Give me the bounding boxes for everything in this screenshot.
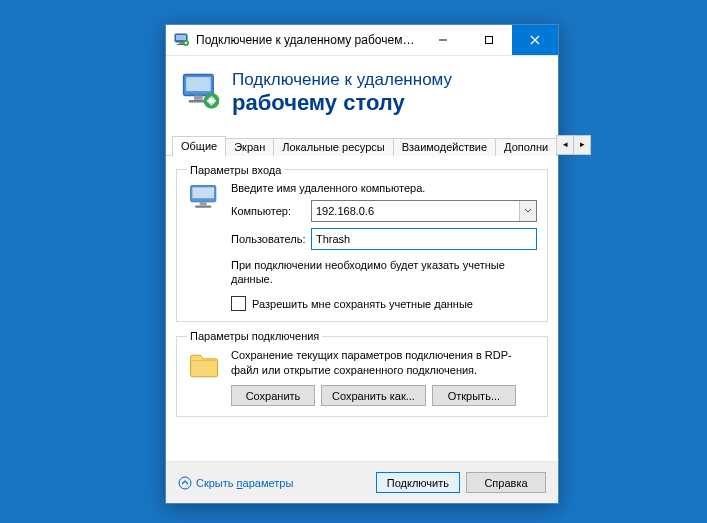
dialog-header: Подключение к удаленному рабочему столу (166, 56, 558, 133)
tab-scroll-right[interactable]: ▸ (574, 135, 591, 155)
connect-button[interactable]: Подключить (376, 472, 460, 493)
window-title: Подключение к удаленному рабочему с... (196, 33, 420, 47)
remember-credentials-checkbox[interactable]: Разрешить мне сохранять учетные данные (231, 296, 537, 311)
tab-local-res[interactable]: Локальные ресурсы (273, 138, 393, 156)
titlebar[interactable]: Подключение к удаленному рабочему с... (166, 25, 558, 56)
tab-display[interactable]: Экран (225, 138, 274, 156)
svg-point-18 (179, 477, 191, 489)
connection-settings-legend: Параметры подключения (187, 330, 322, 342)
rdp-dialog-window: Подключение к удаленному рабочему с... (165, 24, 559, 504)
login-settings-group: Параметры входа Введите имя удаленного к… (176, 164, 548, 323)
login-settings-legend: Параметры входа (187, 164, 284, 176)
header-line1: Подключение к удаленному (232, 70, 452, 90)
tab-general[interactable]: Общие (172, 136, 226, 157)
svg-rect-11 (194, 96, 203, 100)
computer-label: Компьютер: (231, 205, 311, 217)
header-line2: рабочему столу (232, 90, 452, 115)
svg-rect-2 (179, 42, 183, 44)
svg-rect-17 (195, 205, 211, 207)
rdp-header-icon (180, 71, 222, 113)
minimize-button[interactable] (420, 25, 466, 55)
computer-combo[interactable] (311, 200, 537, 222)
computer-input[interactable] (312, 201, 519, 221)
maximize-button[interactable] (466, 25, 512, 55)
credentials-note: При подключении необходимо будет указать… (231, 258, 537, 287)
connection-desc: Сохранение текущих параметров подключени… (231, 348, 537, 377)
tab-advanced[interactable]: Дополни (495, 138, 557, 156)
save-as-button[interactable]: Сохранить как... (321, 385, 426, 406)
close-button[interactable] (512, 25, 558, 55)
hide-options-link[interactable]: Скрыть параметры (178, 476, 293, 490)
user-input[interactable] (312, 229, 536, 249)
tab-body-general: Параметры входа Введите имя удаленного к… (166, 156, 558, 461)
user-label: Пользователь: (231, 233, 311, 245)
window-controls (420, 25, 558, 55)
remember-credentials-label: Разрешить мне сохранять учетные данные (252, 298, 473, 310)
chevron-up-icon (178, 476, 192, 490)
save-button[interactable]: Сохранить (231, 385, 315, 406)
computer-icon (187, 182, 223, 218)
tab-scroll-left[interactable]: ◂ (556, 135, 574, 155)
connection-settings-group: Параметры подключения Сохранение текущих… (176, 330, 548, 417)
help-button[interactable]: Справка (466, 472, 546, 493)
svg-rect-1 (176, 35, 186, 40)
login-instruction: Введите имя удаленного компьютера. (231, 182, 537, 194)
folder-icon (187, 348, 223, 384)
tab-strip: Общие Экран Локальные ресурсы Взаимодейс… (166, 133, 558, 156)
svg-rect-6 (486, 37, 493, 44)
hide-options-text: Скрыть параметры (196, 477, 293, 489)
svg-rect-16 (200, 202, 207, 206)
open-button[interactable]: Открыть... (432, 385, 516, 406)
rdp-app-icon (174, 32, 190, 48)
user-field[interactable] (311, 228, 537, 250)
checkbox-box[interactable] (231, 296, 246, 311)
tab-experience[interactable]: Взаимодействие (393, 138, 496, 156)
header-text: Подключение к удаленному рабочему столу (232, 70, 452, 115)
tab-scroll: ◂ ▸ (556, 133, 591, 155)
svg-rect-15 (192, 187, 214, 198)
dialog-footer: Скрыть параметры Подключить Справка (166, 461, 558, 503)
chevron-down-icon[interactable] (519, 201, 536, 221)
svg-rect-10 (186, 78, 211, 92)
